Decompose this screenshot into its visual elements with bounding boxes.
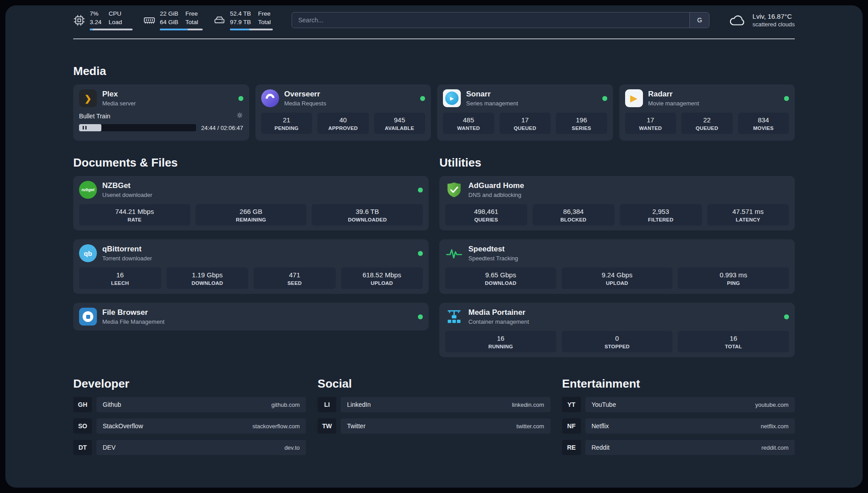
app-subtitle: Usenet downloader — [102, 192, 152, 198]
bookmark-link-netflix[interactable]: Netflix netflix.com — [585, 418, 795, 434]
gear-icon[interactable] — [236, 112, 243, 121]
stat-value: 17 — [627, 116, 674, 124]
stat-label: QUEUED — [502, 125, 549, 131]
weather-condition: scattered clouds — [752, 21, 795, 28]
utilities-section-title: Utilities — [439, 156, 795, 170]
bookmark-link-stackoverflow[interactable]: StackOverflow stackoverflow.com — [96, 418, 306, 434]
app-name: Media Portainer — [468, 308, 529, 317]
app-subtitle: Container management — [468, 318, 529, 325]
bookmark-link-dev[interactable]: DEV dev.to — [96, 440, 306, 455]
stat-label: WANTED — [445, 125, 492, 131]
stat-value: 485 — [445, 116, 492, 124]
adguard-icon — [445, 181, 463, 199]
media-section-title: Media — [73, 64, 795, 78]
entertainment-section-title: Entertainment — [562, 377, 795, 391]
stat-value: 16 — [81, 271, 159, 279]
search-input[interactable] — [292, 13, 689, 28]
stat-value: 16 — [680, 334, 787, 342]
stat-label: DOWNLOADED — [314, 217, 421, 222]
stat-tile: 16 RUNNING — [445, 331, 556, 352]
bookmark-name: Twitter — [347, 422, 365, 430]
bookmark-link-twitter[interactable]: Twitter twitter.com — [341, 418, 550, 434]
documents-section: Documents & Files nzbget NZBGet Usenet d… — [73, 156, 429, 366]
bookmark-abbr: YT — [562, 397, 581, 412]
sonarr-icon: ▶ — [443, 89, 461, 107]
status-dot — [418, 251, 423, 256]
stat-tile: 744.21 Mbps RATE — [79, 204, 190, 226]
bookmark-link-youtube[interactable]: YouTube youtube.com — [585, 397, 795, 412]
now-playing-title: Bullet Train — [79, 113, 110, 120]
stat-label: LATENCY — [709, 217, 787, 222]
bookmark-name: StackOverflow — [103, 422, 143, 430]
bookmark-url: twitter.com — [517, 423, 544, 430]
bookmark-url: stackoverflow.com — [252, 423, 300, 430]
stat-value: 945 — [376, 116, 423, 124]
bookmark-name: LinkedIn — [347, 401, 371, 408]
stat-value: 9.24 Gbps — [564, 271, 671, 279]
stat-tile: 9.65 Gbps DOWNLOAD — [445, 267, 556, 289]
search-engine-button[interactable]: G — [689, 13, 709, 28]
stat-tile: 39.6 TB DOWNLOADED — [312, 204, 423, 226]
stat-value: 618.52 Mbps — [343, 271, 421, 279]
disk-total-value: 97.9 TB — [230, 18, 251, 26]
bookmark-url: linkedin.com — [512, 401, 544, 408]
cpu-load-label: Load — [108, 18, 122, 26]
app-card-qbittorrent[interactable]: qb qBittorrent Torrent downloader 16 LEE… — [73, 239, 429, 294]
stat-tile: 834 MOVIES — [738, 113, 789, 134]
app-card-nzbget[interactable]: nzbget NZBGet Usenet downloader 744.21 M… — [73, 176, 429, 230]
stat-value: 744.21 Mbps — [81, 208, 188, 215]
app-name: Sonarr — [466, 90, 518, 99]
stat-tile: 16 TOTAL — [678, 331, 789, 352]
ram-progress-bar — [160, 29, 203, 30]
stat-label: DOWNLOAD — [447, 280, 554, 286]
stat-label: TOTAL — [680, 344, 787, 349]
bookmark-row: LI LinkedIn linkedin.com — [317, 397, 550, 412]
app-card-speedtest[interactable]: Speedtest Speedtest Tracking 9.65 Gbps D… — [439, 239, 795, 294]
status-dot — [418, 188, 423, 192]
app-card-plex[interactable]: ❯ Plex Media server Bullet Train — [73, 84, 249, 141]
bookmark-link-linkedin[interactable]: LinkedIn linkedin.com — [341, 397, 550, 412]
app-card-sonarr[interactable]: ▶ Sonarr Series management 485 WANTED 17 — [437, 84, 613, 141]
search-bar: G — [292, 12, 709, 28]
app-card-adguard[interactable]: AdGuard Home DNS and adblocking 498,461 … — [439, 176, 795, 230]
app-name: qBittorrent — [102, 245, 152, 254]
portainer-icon — [445, 308, 463, 326]
playback-progress-bar[interactable] — [79, 124, 196, 131]
app-card-portainer[interactable]: Media Portainer Container management 16 … — [439, 303, 795, 357]
stat-value: 9.65 Gbps — [447, 271, 554, 279]
stat-label: MOVIES — [740, 125, 787, 131]
stat-label: UPLOAD — [343, 280, 421, 286]
app-card-filebrowser[interactable]: File Browser Media File Management — [73, 303, 429, 330]
disk-free-value: 52.4 TB — [230, 10, 251, 18]
bookmark-name: YouTube — [592, 401, 616, 408]
app-card-overseerr[interactable]: Overseerr Media Requests 21 PENDING 40 A… — [255, 84, 431, 141]
stat-value: 2,953 — [622, 208, 700, 215]
stat-label: BLOCKED — [535, 217, 613, 222]
weather-widget[interactable]: Lviv, 16.87°C scattered clouds — [728, 13, 795, 28]
pause-icon[interactable] — [83, 126, 87, 130]
app-card-radarr[interactable]: ▶ Radarr Movie management 17 WANTED 22 Q… — [619, 84, 795, 141]
bookmark-url: github.com — [271, 401, 300, 408]
stat-label: SERIES — [558, 125, 605, 131]
cpu-progress-bar — [90, 29, 133, 30]
stat-value: 1.19 Gbps — [169, 271, 246, 279]
stat-label: REMAINING — [198, 217, 305, 222]
stat-value: 834 — [740, 116, 787, 124]
stat-label: RATE — [81, 217, 188, 222]
bookmark-row: GH Github github.com — [73, 397, 306, 412]
weather-location-temp: Lviv, 16.87°C — [752, 13, 795, 20]
app-subtitle: Media File Management — [102, 318, 164, 325]
bookmark-url: netflix.com — [761, 423, 789, 430]
bookmark-link-reddit[interactable]: Reddit reddit.com — [585, 440, 795, 455]
stat-value: 47.571 ms — [709, 208, 787, 215]
status-dot — [418, 314, 423, 319]
bookmark-link-github[interactable]: Github github.com — [96, 397, 306, 412]
stat-tile: 945 AVAILABLE — [374, 113, 426, 134]
qbittorrent-icon: qb — [79, 244, 97, 262]
stat-tile: 471 SEED — [254, 267, 336, 289]
app-name: NZBGet — [102, 181, 152, 190]
bookmark-name: Reddit — [592, 444, 609, 451]
filebrowser-icon — [79, 308, 97, 326]
app-subtitle: Torrent downloader — [102, 255, 152, 262]
bookmarks-developer: Developer GH Github github.com SO StackO… — [73, 377, 306, 461]
